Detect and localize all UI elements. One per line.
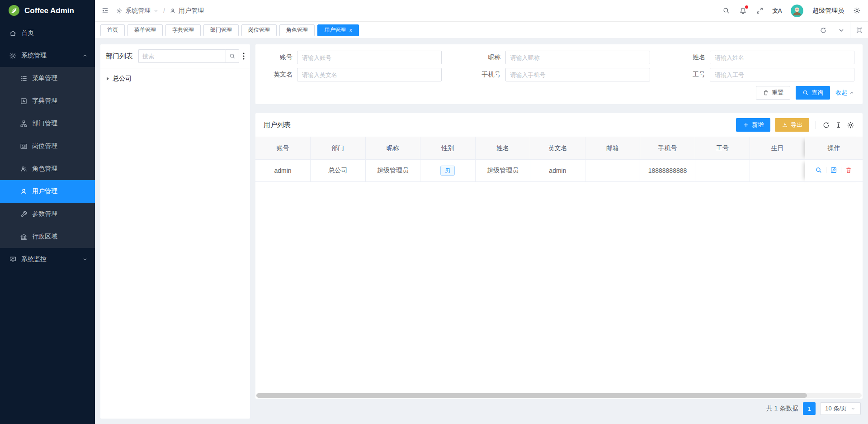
wrench-icon — [20, 210, 28, 218]
fullscreen-button[interactable] — [756, 7, 764, 14]
sidebar-item-label: 岗位管理 — [32, 142, 88, 150]
toolbar-divider — [816, 121, 816, 129]
tab-dict-mgmt[interactable]: 字典管理 — [165, 24, 201, 36]
sidebar-item-admin-region[interactable]: 行政区域 — [0, 225, 95, 248]
pagination-bar: 共 1 条数据 1 10 条/页 — [255, 399, 863, 419]
pagination-total: 共 1 条数据 — [766, 405, 799, 413]
sidebar-item-system-monitor[interactable]: 系统监控 — [0, 248, 95, 271]
page-size-value: 10 条/页 — [825, 405, 847, 413]
row-height-button[interactable] — [835, 121, 842, 129]
add-user-button[interactable]: 新增 — [736, 118, 770, 132]
sidebar-item-menu-mgmt[interactable]: 菜单管理 — [0, 67, 95, 90]
cell-account: admin — [255, 160, 311, 182]
reset-button-label: 重置 — [772, 89, 783, 97]
notification-badge — [745, 5, 748, 9]
global-search-button[interactable] — [722, 7, 730, 14]
department-panel-title: 部门列表 — [106, 52, 133, 61]
fullscreen-icon — [756, 7, 764, 14]
scrollbar-thumb[interactable] — [256, 393, 807, 398]
breadcrumb-separator: / — [163, 7, 165, 14]
tab-list: 首页 菜单管理 字典管理 部门管理 岗位管理 角色管理 用户管理 x — [100, 24, 814, 36]
refresh-table-button[interactable] — [822, 121, 830, 129]
sidebar-item-system-mgmt[interactable]: 系统管理 — [0, 44, 95, 67]
tab-label: 菜单管理 — [134, 26, 156, 34]
view-row-button[interactable] — [815, 167, 822, 174]
name-input[interactable] — [710, 51, 854, 64]
reset-button[interactable]: 重置 — [756, 86, 790, 100]
sidebar-item-home[interactable]: 首页 — [0, 22, 95, 44]
column-settings-button[interactable] — [847, 121, 854, 129]
tree-node-root[interactable]: 总公司 — [105, 72, 245, 86]
tab-dept-mgmt[interactable]: 部门管理 — [203, 24, 239, 36]
tab-bar: 首页 菜单管理 字典管理 部门管理 岗位管理 角色管理 用户管理 x — [95, 22, 868, 39]
nickname-input[interactable] — [505, 51, 650, 64]
bank-icon — [20, 233, 28, 241]
col-header-email: 邮箱 — [585, 137, 640, 160]
query-button-label: 查询 — [811, 89, 823, 97]
refresh-tab-button[interactable] — [814, 22, 832, 39]
right-column: 账号 昵称 姓名 英文名 — [255, 44, 863, 419]
chevron-down-icon[interactable] — [153, 8, 159, 14]
id-card-icon — [20, 143, 28, 150]
department-more-button[interactable] — [243, 52, 245, 60]
cell-phone: 18888888888 — [640, 160, 695, 182]
account-input[interactable] — [297, 51, 442, 64]
job-number-input[interactable] — [710, 68, 854, 81]
query-button[interactable]: 查询 — [796, 86, 830, 100]
tab-menu-dropdown-button[interactable] — [832, 22, 850, 39]
gear-icon — [853, 7, 861, 14]
field-label: 姓名 — [683, 53, 705, 62]
trash-icon — [845, 167, 852, 174]
app-logo[interactable]: Coffee Admin — [0, 0, 95, 22]
col-header-nickname: 昵称 — [365, 137, 420, 160]
sidebar-collapse-button[interactable] — [101, 7, 109, 14]
sidebar-item-dept-mgmt[interactable]: 部门管理 — [0, 112, 95, 135]
sidebar-item-label: 用户管理 — [32, 187, 88, 195]
current-username[interactable]: 超级管理员 — [812, 7, 844, 15]
tab-role-mgmt[interactable]: 角色管理 — [279, 24, 315, 36]
tree-node-label: 总公司 — [113, 75, 132, 83]
phone-input[interactable] — [505, 68, 650, 81]
table-empty-space — [255, 182, 863, 393]
avatar[interactable] — [791, 5, 803, 17]
app-title: Coffee Admin — [24, 6, 74, 15]
refresh-icon — [822, 121, 830, 129]
field-nickname: 昵称 — [475, 51, 650, 64]
kebab-menu-icon — [243, 52, 245, 60]
tab-close-icon[interactable]: x — [349, 28, 352, 33]
collapse-menu-icon — [101, 7, 109, 14]
collapse-form-link[interactable]: 收起 — [835, 89, 854, 97]
export-button[interactable]: 导出 — [775, 118, 809, 132]
tab-user-mgmt[interactable]: 用户管理 x — [317, 24, 359, 36]
table-row[interactable]: admin 总公司 超级管理员 男 超级管理员 admin 1888888888… — [255, 160, 863, 182]
settings-button[interactable] — [853, 7, 861, 14]
breadcrumb-level1[interactable]: 系统管理 — [125, 7, 151, 15]
page-size-select[interactable]: 10 条/页 — [820, 402, 861, 415]
tab-menu-mgmt[interactable]: 菜单管理 — [127, 24, 163, 36]
caret-right-icon[interactable] — [107, 77, 109, 81]
translate-button[interactable]: 文A — [773, 7, 782, 15]
sidebar: Coffee Admin 首页 系统管理 菜单管理 字典管理 部门管理 — [0, 0, 95, 424]
department-search-button[interactable] — [226, 49, 239, 63]
notifications-button[interactable] — [739, 7, 747, 14]
edit-row-button[interactable] — [830, 167, 837, 174]
maximize-content-button[interactable] — [850, 22, 868, 39]
field-job-number: 工号 — [683, 68, 854, 81]
sidebar-item-dict-mgmt[interactable]: 字典管理 — [0, 90, 95, 112]
sidebar-item-role-mgmt[interactable]: 角色管理 — [0, 157, 95, 180]
department-search-input[interactable] — [138, 49, 226, 63]
english-name-input[interactable] — [297, 68, 442, 81]
sidebar-item-post-mgmt[interactable]: 岗位管理 — [0, 135, 95, 157]
tab-home[interactable]: 首页 — [100, 24, 125, 36]
sidebar-item-param-mgmt[interactable]: 参数管理 — [0, 203, 95, 225]
department-search-group — [138, 49, 239, 63]
table-toolbar: 新增 导出 — [736, 118, 854, 132]
department-tree: 总公司 — [100, 68, 250, 89]
horizontal-scrollbar[interactable] — [256, 393, 862, 398]
delete-row-button[interactable] — [845, 167, 852, 174]
top-header: 系统管理 / 用户管理 文A — [95, 0, 868, 22]
tab-post-mgmt[interactable]: 岗位管理 — [241, 24, 277, 36]
cell-job-number — [695, 160, 750, 182]
page-number-button[interactable]: 1 — [803, 402, 816, 415]
sidebar-item-user-mgmt[interactable]: 用户管理 — [0, 180, 95, 203]
